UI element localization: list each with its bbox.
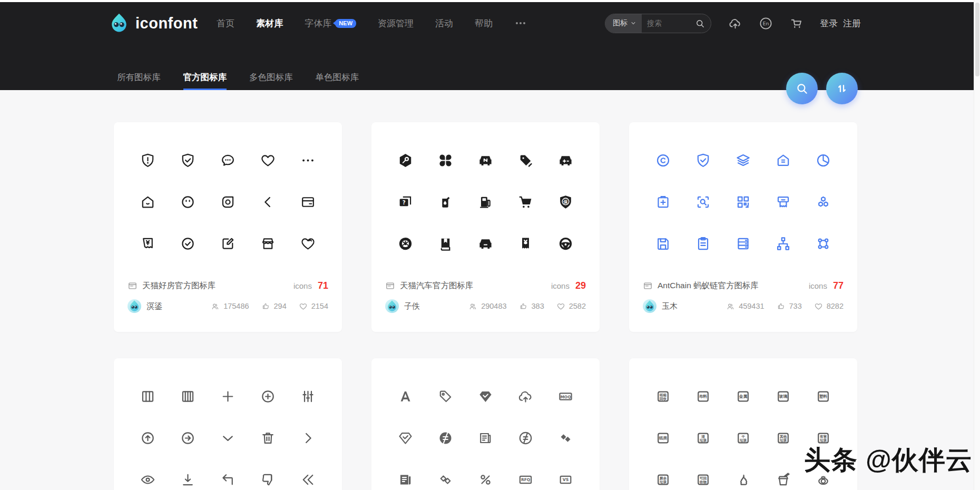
- register-link[interactable]: 注册: [843, 17, 861, 30]
- hexagon-wrench-icon[interactable]: [385, 140, 425, 181]
- car-front-icon[interactable]: [465, 223, 505, 264]
- chat-dots-icon[interactable]: [208, 140, 248, 181]
- login-link[interactable]: 登录: [820, 17, 838, 30]
- wet-waste-icon[interactable]: 湿垃圾: [683, 417, 723, 459]
- news-doc-fill-icon[interactable]: [385, 459, 425, 490]
- takeout-box-icon[interactable]: [763, 459, 803, 490]
- coin-icon[interactable]: [505, 417, 545, 459]
- other-waste-icon[interactable]: 其他垃圾: [763, 417, 803, 459]
- shield-check-icon[interactable]: [168, 140, 208, 181]
- arrow-right-circle-icon[interactable]: [168, 417, 208, 459]
- tire-icon[interactable]: [385, 223, 425, 264]
- heart-icon[interactable]: [248, 140, 288, 181]
- tag-slash-icon[interactable]: [505, 140, 545, 181]
- columns-4-icon[interactable]: [168, 376, 208, 417]
- nav-help[interactable]: 帮助: [475, 17, 493, 30]
- sort-fab[interactable]: [826, 73, 858, 104]
- return-arrow-icon[interactable]: [208, 459, 248, 490]
- shield-check-icon[interactable]: [683, 140, 723, 181]
- chevron-down-icon[interactable]: [208, 417, 248, 459]
- author-avatar[interactable]: [643, 299, 656, 313]
- brand-a-icon[interactable]: [385, 376, 425, 417]
- recycle-fabric-icon[interactable]: 布料: [683, 376, 723, 417]
- node-frame-icon[interactable]: [803, 223, 843, 264]
- car-nav-icon[interactable]: [465, 140, 505, 181]
- logo[interactable]: iconfont: [107, 12, 198, 35]
- floppy-icon[interactable]: [643, 223, 683, 264]
- author-name[interactable]: 子佚: [404, 301, 420, 311]
- server-rack-icon[interactable]: [723, 223, 763, 264]
- author-name[interactable]: 玉木: [662, 301, 678, 311]
- more-menu-button[interactable]: [514, 17, 527, 30]
- layers-icon[interactable]: [723, 140, 763, 181]
- steering-wheel-icon[interactable]: [545, 223, 585, 264]
- language-en-icon[interactable]: En: [759, 16, 773, 31]
- check-circle-icon[interactable]: [168, 223, 208, 264]
- tab-monochrome-libraries[interactable]: 单色图标库: [316, 65, 359, 90]
- shield-bao-icon[interactable]: 保: [545, 181, 585, 223]
- hexagon-group-icon[interactable]: [803, 181, 843, 223]
- gem-check-icon[interactable]: [385, 417, 425, 459]
- ribbon-icon[interactable]: [425, 459, 465, 490]
- manual-book-icon[interactable]: [425, 223, 465, 264]
- library-card[interactable]: ?保天猫汽车官方图标库icons29子佚2904833832582: [371, 122, 600, 332]
- receipt-printer-icon[interactable]: [763, 181, 803, 223]
- nav-home[interactable]: 首页: [217, 17, 234, 30]
- upload-cloud-icon[interactable]: [728, 16, 742, 31]
- chevrons-left-icon[interactable]: [288, 459, 328, 490]
- thumbs-down-icon[interactable]: [248, 459, 288, 490]
- eye-icon[interactable]: [128, 459, 168, 490]
- search-fab[interactable]: [786, 73, 818, 104]
- library-card[interactable]: [114, 358, 342, 490]
- fuel-pump-icon[interactable]: [465, 181, 505, 223]
- news-doc-icon[interactable]: [465, 417, 505, 459]
- edit-square-icon[interactable]: [208, 223, 248, 264]
- sliders-icon[interactable]: [288, 376, 328, 417]
- search-icon[interactable]: [695, 18, 705, 28]
- nav-font-library[interactable]: 字体库NEW: [305, 17, 356, 30]
- dry-waste-icon[interactable]: 干垃圾: [723, 417, 763, 459]
- vs-box-icon[interactable]: VS: [545, 459, 585, 490]
- moq-box-icon[interactable]: MOQ: [545, 376, 585, 417]
- recycle-metal-icon[interactable]: 金属: [723, 376, 763, 417]
- search-input[interactable]: [642, 19, 695, 27]
- pie-chart-icon[interactable]: [803, 140, 843, 181]
- tab-official-libraries[interactable]: 官方图标库: [183, 65, 227, 90]
- org-tree-icon[interactable]: [763, 223, 803, 264]
- house-lines-icon[interactable]: [763, 140, 803, 181]
- author-name[interactable]: 溟鋈: [146, 301, 162, 311]
- rfq-box-icon[interactable]: RFQ: [505, 459, 545, 490]
- qr-code-icon[interactable]: [723, 181, 763, 223]
- cart-solid-icon[interactable]: [505, 181, 545, 223]
- scrollbar[interactable]: [974, 0, 980, 490]
- recycle-plastic-icon[interactable]: 塑料: [803, 376, 843, 417]
- nav-material-library[interactable]: 素材库: [256, 17, 283, 30]
- library-card[interactable]: 天猫好房官方图标库icons71溟鋈1754862942154: [114, 122, 342, 332]
- cloud-upload-icon[interactable]: [505, 376, 545, 417]
- download-icon[interactable]: [168, 459, 208, 490]
- search-category-dropdown[interactable]: 图标: [605, 14, 642, 33]
- gem-check-fill-icon[interactable]: [465, 376, 505, 417]
- storefront-icon[interactable]: [248, 223, 288, 264]
- chevron-left-icon[interactable]: [248, 181, 288, 223]
- car-adjust-icon[interactable]: [545, 140, 585, 181]
- poop-icon[interactable]: [723, 459, 763, 490]
- ribbon-fill-icon[interactable]: [545, 417, 585, 459]
- trash-icon[interactable]: [248, 417, 288, 459]
- recycle-carton-icon[interactable]: 纸箱回收: [643, 376, 683, 417]
- plus-icon[interactable]: [208, 376, 248, 417]
- tab-multicolor-libraries[interactable]: 多色图标库: [249, 65, 293, 90]
- author-avatar[interactable]: [128, 299, 141, 313]
- library-card[interactable]: MOQRFQVS: [371, 358, 600, 490]
- wallet-minus-icon[interactable]: [288, 181, 328, 223]
- screen-question-icon[interactable]: ?: [385, 181, 425, 223]
- recycle-paper-icon[interactable]: 纸类: [643, 417, 683, 459]
- author-avatar[interactable]: [385, 299, 399, 313]
- ellipsis-icon[interactable]: [288, 140, 328, 181]
- columns-3-icon[interactable]: [128, 376, 168, 417]
- cart-icon[interactable]: [789, 16, 803, 31]
- tab-all-libraries[interactable]: 所有图标库: [117, 65, 161, 90]
- tag-icon[interactable]: [425, 376, 465, 417]
- receipt-yen-icon[interactable]: [505, 223, 545, 264]
- heart-swoosh-icon[interactable]: [288, 223, 328, 264]
